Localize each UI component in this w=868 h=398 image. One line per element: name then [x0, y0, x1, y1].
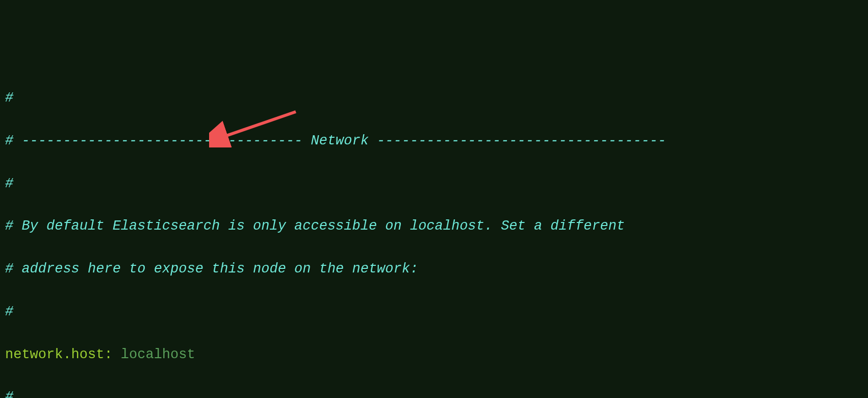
- comment-line: # address here to expose this node on th…: [5, 259, 863, 280]
- comment-line: #: [5, 302, 863, 323]
- comment-line: #: [5, 88, 863, 109]
- comment-line: #: [5, 173, 863, 195]
- config-key: network.host: [5, 347, 104, 362]
- comment-line: #: [5, 387, 863, 398]
- config-colon: :: [104, 347, 120, 362]
- comment-section-header-network: # ---------------------------------- Net…: [5, 131, 863, 152]
- config-value: localhost: [121, 347, 195, 362]
- config-line-network-host: network.host: localhost: [5, 344, 863, 366]
- comment-line: # By default Elasticsearch is only acces…: [5, 216, 863, 237]
